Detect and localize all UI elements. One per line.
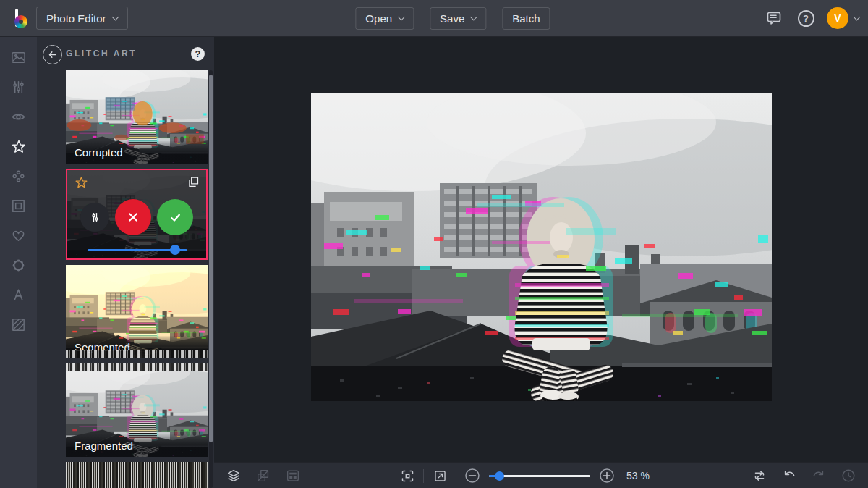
glitch-band xyxy=(66,350,208,358)
account-menu-button[interactable]: V xyxy=(827,7,859,29)
undo-icon xyxy=(781,468,797,484)
effect-strength-slider[interactable] xyxy=(88,245,187,255)
help-icon: ? xyxy=(798,10,814,27)
rail-item-artsy-dots-icon[interactable] xyxy=(0,161,37,191)
effect-thumbnail-partial[interactable] xyxy=(66,462,208,488)
effect-settings-button[interactable] xyxy=(80,203,109,232)
help-button[interactable]: ? xyxy=(795,7,817,29)
bottom-toolbar: 53 % xyxy=(214,462,868,488)
clock-history-icon xyxy=(841,468,856,484)
product-switcher-dropdown[interactable]: Photo Editor xyxy=(36,7,128,30)
slider-handle[interactable] xyxy=(170,245,180,255)
save-menu-button[interactable]: Save xyxy=(430,7,486,30)
effect-thumbnail-fragmented[interactable]: Fragmented xyxy=(66,363,208,457)
layers-button[interactable] xyxy=(223,465,244,487)
batch-label: Batch xyxy=(512,12,540,25)
cancel-effect-button[interactable] xyxy=(115,199,151,235)
feedback-chat-button[interactable] xyxy=(763,7,785,29)
chevron-down-icon xyxy=(854,13,861,20)
rail-item-text-icon[interactable] xyxy=(0,280,37,310)
rail-item-edit-photo-icon[interactable] xyxy=(0,43,37,72)
open-label: Open xyxy=(365,12,392,25)
flatten-icon xyxy=(255,468,271,484)
sliders-icon xyxy=(88,211,102,224)
effect-label: Corrupted xyxy=(66,141,208,164)
effect-thumbnail-segmented[interactable]: Segmented xyxy=(66,265,208,358)
save-label: Save xyxy=(440,12,464,25)
back-button[interactable] xyxy=(43,45,62,64)
flatten-button[interactable] xyxy=(252,465,274,487)
rail-item-effects-star-icon[interactable] xyxy=(0,132,37,161)
chevron-down-icon xyxy=(470,13,477,20)
fullscreen-preview-button[interactable] xyxy=(429,465,451,487)
compare-arrows-icon xyxy=(752,468,767,484)
tools-rail xyxy=(0,37,37,488)
chat-bubble-icon xyxy=(765,9,783,27)
undo-button[interactable] xyxy=(778,465,800,487)
chevron-down-icon xyxy=(398,13,405,20)
rail-item-graphics-seal-icon[interactable] xyxy=(0,251,37,280)
panel-help-button[interactable]: ? xyxy=(191,47,205,61)
compare-button[interactable] xyxy=(749,465,770,487)
divider xyxy=(423,469,424,483)
fit-to-screen-button[interactable] xyxy=(396,465,418,487)
panel-scrollbar[interactable] xyxy=(209,70,213,488)
befunky-logo[interactable] xyxy=(9,7,30,30)
avatar-initial: V xyxy=(834,12,841,24)
duplicate-effect-icon[interactable] xyxy=(187,175,200,189)
active-effect-actions xyxy=(67,199,206,235)
redo-button[interactable] xyxy=(808,465,830,487)
question-glyph: ? xyxy=(803,13,809,24)
rail-item-overlays-heart-icon[interactable] xyxy=(0,221,37,251)
zoom-out-button[interactable] xyxy=(461,465,483,487)
product-label: Photo Editor xyxy=(46,12,106,25)
fit-screen-icon xyxy=(400,468,415,484)
canvas-image[interactable] xyxy=(311,93,772,401)
x-icon xyxy=(125,209,141,225)
history-tools-group xyxy=(749,463,859,488)
rail-item-adjust-sliders-icon[interactable] xyxy=(0,72,37,102)
check-icon xyxy=(167,209,184,226)
minus-circle-icon xyxy=(464,467,481,484)
apply-effect-button[interactable] xyxy=(157,199,193,235)
photo-editor-app: Photo Editor Open Save Batch xyxy=(0,0,868,488)
plus-circle-icon xyxy=(598,467,616,484)
effects-list: Corrupted xyxy=(66,70,208,488)
topbar: Photo Editor Open Save Batch xyxy=(0,0,868,37)
rail-item-frames-icon[interactable] xyxy=(0,191,37,221)
rail-item-textures-icon[interactable] xyxy=(0,310,37,340)
panel-title: GLITCH ART xyxy=(66,49,137,59)
zoom-level: 53 % xyxy=(626,470,650,481)
chevron-down-icon xyxy=(111,13,119,20)
rail-item-touchup-eye-icon[interactable] xyxy=(0,102,37,132)
zoom-slider-handle[interactable] xyxy=(495,471,504,481)
zoom-controls: 53 % xyxy=(461,463,650,488)
zoom-in-button[interactable] xyxy=(596,465,618,487)
logo-hole xyxy=(19,20,23,24)
effect-thumbnail-corrupted[interactable]: Corrupted xyxy=(66,70,208,164)
redo-icon xyxy=(811,468,827,484)
scrollbar-thumb[interactable] xyxy=(209,75,213,442)
batch-button[interactable]: Batch xyxy=(502,7,550,30)
history-button[interactable] xyxy=(838,465,859,487)
canvas-manager-button[interactable] xyxy=(282,465,304,487)
avatar: V xyxy=(827,7,848,29)
zoom-slider[interactable] xyxy=(489,471,590,481)
layer-tools-group xyxy=(223,463,304,488)
layers-icon xyxy=(226,468,242,484)
favorite-star-icon[interactable] xyxy=(74,175,89,190)
topbar-right: ? V xyxy=(763,7,859,29)
zoom-slider-track[interactable] xyxy=(489,475,590,477)
effect-label: Fragmented xyxy=(66,434,208,457)
effect-thumbnail-active[interactable] xyxy=(66,169,208,260)
panel-header: GLITCH ART ? xyxy=(37,37,214,70)
glitch-band xyxy=(66,363,208,371)
question-glyph: ? xyxy=(195,49,201,59)
template-icon xyxy=(285,468,301,484)
open-menu-button[interactable]: Open xyxy=(355,7,414,30)
open-new-window-icon xyxy=(433,468,448,484)
canvas-area xyxy=(214,37,868,462)
glitch-art-panel: GLITCH ART ? Corrupted xyxy=(37,37,214,488)
view-tools-group xyxy=(396,463,451,488)
topbar-center-menu: Open Save Batch xyxy=(355,7,550,30)
